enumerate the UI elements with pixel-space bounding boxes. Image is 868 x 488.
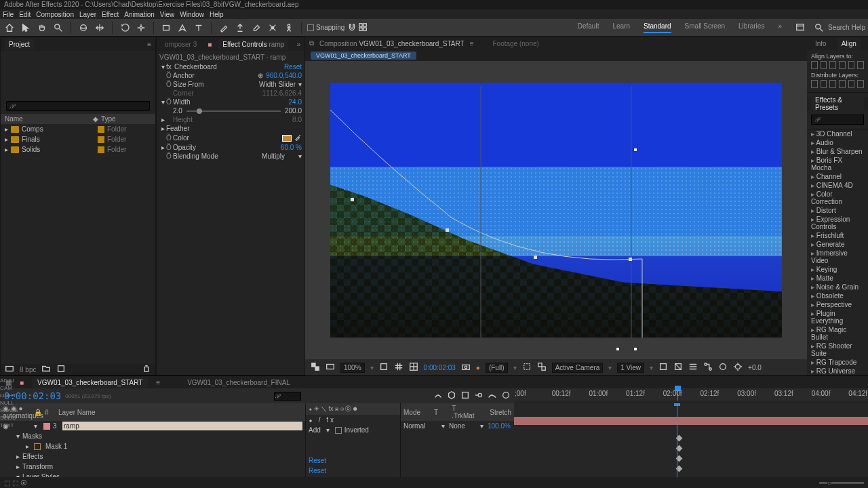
width-slider[interactable] xyxy=(186,110,281,112)
timeline-icon[interactable] xyxy=(688,362,698,373)
bbox-handle[interactable] xyxy=(633,347,637,351)
shy-icon[interactable] xyxy=(433,390,443,401)
effects-category[interactable]: Expression Controls xyxy=(807,215,868,231)
effects-category[interactable]: RG Trapcode xyxy=(807,358,868,367)
effects-category[interactable]: Audio xyxy=(807,138,868,147)
effects-category[interactable]: Obsolete xyxy=(807,291,868,300)
align-left-icon[interactable] xyxy=(811,61,818,69)
snapping-options-icon[interactable] xyxy=(358,22,368,33)
ec-fx-checkerboard[interactable]: ▾fx Checkerboard Reset xyxy=(159,62,302,71)
grid-icon[interactable] xyxy=(394,362,403,373)
effects-category[interactable]: 3D Channel xyxy=(807,129,868,138)
timeline-tab-final[interactable]: VGW01_03_checkerboard_FINAL xyxy=(182,378,296,388)
resolution-dropdown[interactable]: (Full) xyxy=(486,363,508,373)
comp-tab[interactable]: Composition VGW01_03_checkerboard_START xyxy=(319,40,465,47)
menu-effect[interactable]: Effect xyxy=(102,11,119,18)
dist-4-icon[interactable] xyxy=(839,80,846,88)
effects-category[interactable]: Blur & Sharpen xyxy=(807,147,868,156)
mask-mode-dd[interactable]: Add xyxy=(309,426,321,434)
effects-category[interactable]: Color Correction xyxy=(807,190,868,206)
dist-6-icon[interactable] xyxy=(857,80,864,88)
type-tool-icon[interactable] xyxy=(192,21,205,35)
menu-edit[interactable]: Edit xyxy=(19,11,31,18)
workspace-standard[interactable]: Standard xyxy=(644,22,671,33)
menu-file[interactable]: File xyxy=(3,11,14,18)
ec-anchor-value[interactable]: 960.0,540.0 xyxy=(266,72,302,79)
align-bottom-icon[interactable] xyxy=(857,61,864,69)
layer-label-swatch[interactable] xyxy=(43,423,50,430)
pixel-aspect-icon[interactable] xyxy=(658,362,668,373)
info-tab[interactable]: Info xyxy=(811,38,831,49)
effects-category[interactable]: Generate xyxy=(807,240,868,249)
new-comp-icon[interactable] xyxy=(56,364,66,375)
clone-tool-icon[interactable] xyxy=(233,21,247,35)
comp-flow-icon[interactable] xyxy=(703,362,713,373)
zoom-slider[interactable]: ━━○━━━━━━━━ xyxy=(819,479,864,487)
graph-editor-icon[interactable] xyxy=(488,390,497,401)
transform-reset[interactable]: Reset xyxy=(309,457,326,464)
render-icon[interactable] xyxy=(718,362,728,373)
dist-2-icon[interactable] xyxy=(821,80,827,88)
panel-overflow-icon[interactable]: » xyxy=(296,41,300,48)
draft3d-icon[interactable] xyxy=(447,390,456,401)
project-item-comps[interactable]: ▸ Comps Folder xyxy=(1,124,155,134)
label-swatch[interactable] xyxy=(98,136,104,143)
project-item-finals[interactable]: ▸ Finals Folder xyxy=(1,134,155,144)
ec-sizefrom-value[interactable]: Width Slider xyxy=(259,81,296,88)
brush-tool-icon[interactable] xyxy=(217,21,231,35)
row-mask1[interactable]: ▸ Mask 1 xyxy=(0,441,305,451)
comp-breadcrumb[interactable]: VGW01_03_checkerboard_START xyxy=(311,52,416,60)
zoom-tool-icon[interactable] xyxy=(52,21,65,35)
ec-opacity-value[interactable]: 60.0 % xyxy=(281,144,302,151)
layerstyles-reset[interactable]: Reset xyxy=(309,467,326,474)
ec-blend-value[interactable]: Multiply xyxy=(262,152,285,160)
align-right-icon[interactable] xyxy=(829,61,836,69)
pan-behind-tool-icon[interactable] xyxy=(93,21,106,35)
color-swatch[interactable] xyxy=(282,135,292,142)
ec-other-tab[interactable]: omposer 3 xyxy=(161,39,201,50)
effects-category[interactable]: CINEMA 4D xyxy=(807,181,868,190)
effect-controls-tab[interactable]: Effect Controls ramp xyxy=(218,39,288,50)
label-swatch[interactable] xyxy=(98,146,104,153)
align-hcenter-icon[interactable] xyxy=(821,61,827,69)
snapping-magnet-icon[interactable] xyxy=(347,22,357,33)
label-swatch[interactable] xyxy=(98,126,104,133)
trkmat-dropdown[interactable]: None xyxy=(449,422,476,430)
project-tab[interactable]: Project xyxy=(5,39,34,50)
row-layerstyles[interactable]: ▾ Layer Styles xyxy=(0,472,305,477)
inverted-check[interactable]: Inverted xyxy=(344,426,369,434)
timeline-search-input[interactable] xyxy=(274,392,301,401)
panel-menu-icon[interactable]: ≡ xyxy=(147,41,151,48)
menu-view[interactable]: View xyxy=(160,11,175,18)
res-half-icon[interactable] xyxy=(379,362,389,373)
bbox-handle[interactable] xyxy=(616,347,620,351)
dist-5-icon[interactable] xyxy=(848,80,855,88)
eraser-tool-icon[interactable] xyxy=(250,21,263,35)
roi-icon[interactable] xyxy=(522,362,532,373)
panel-menu-icon[interactable]: ≡ xyxy=(470,40,474,47)
new-folder-icon[interactable] xyxy=(41,364,51,375)
time-ruler[interactable]: ;00f00:12f01:00f01:12f02:00f02:12f03:00f… xyxy=(515,388,868,401)
home-icon[interactable] xyxy=(3,21,16,35)
trash-icon[interactable] xyxy=(142,364,151,375)
effects-category[interactable]: Keying xyxy=(807,265,868,274)
camera-dropdown[interactable]: Active Camera xyxy=(552,363,604,373)
exposure-reset-icon[interactable] xyxy=(733,362,743,373)
effects-category[interactable]: Plugin Everything xyxy=(807,309,868,325)
roto-tool-icon[interactable] xyxy=(266,21,279,35)
effects-category[interactable]: Matte xyxy=(807,274,868,283)
effects-category[interactable]: Immersive Video xyxy=(807,249,868,265)
views-dropdown[interactable]: 1 View xyxy=(617,363,644,373)
row-masks[interactable]: ▾ Masks xyxy=(0,431,305,441)
workspace-smallscreen[interactable]: Small Screen xyxy=(685,22,725,33)
timeline-graph[interactable] xyxy=(514,403,868,477)
effects-category[interactable]: RG Universe Blur xyxy=(807,367,868,375)
row-transform[interactable]: ▸ Transform xyxy=(0,462,305,472)
channel-icon[interactable]: ● xyxy=(476,364,480,371)
flow-icon[interactable]: ⧉ xyxy=(309,39,314,47)
workspace-libraries[interactable]: Libraries xyxy=(738,22,764,33)
effects-category[interactable]: Frischluft xyxy=(807,231,868,240)
align-vcenter-icon[interactable] xyxy=(848,61,855,69)
effects-search-input[interactable] xyxy=(811,115,864,125)
stretch-value[interactable]: 100.0% xyxy=(488,422,511,430)
